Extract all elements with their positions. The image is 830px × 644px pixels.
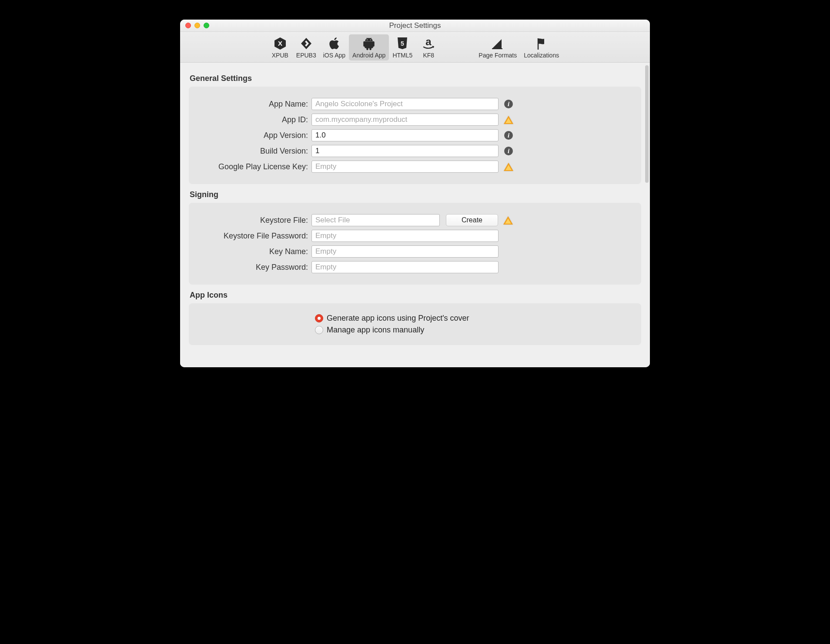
tab-label: HTML5	[392, 52, 412, 59]
toolbar: X XPUB EPUB3 iOS App Androi	[180, 32, 650, 63]
row-key-name: Key Name:	[197, 245, 633, 258]
row-keystore-file: Keystore File: Create	[197, 214, 633, 226]
label-app-id: App ID:	[197, 115, 311, 124]
row-build-version: Build Version: i	[197, 145, 633, 157]
label-key-name: Key Name:	[197, 247, 311, 256]
project-settings-window: Project Settings X XPUB EPUB3 iOS App	[180, 20, 650, 367]
warning-icon[interactable]	[503, 215, 513, 225]
input-app-id[interactable]	[311, 114, 499, 126]
section-title-signing: Signing	[190, 190, 641, 199]
info-icon[interactable]: i	[504, 146, 513, 156]
tab-page-formats[interactable]: Page Formats	[475, 34, 520, 60]
input-keystore-file[interactable]	[311, 214, 440, 226]
row-keystore-password: Keystore File Password:	[197, 230, 633, 242]
window-close-button[interactable]	[185, 23, 191, 28]
content-area: General Settings App Name: i App ID: App…	[180, 63, 650, 367]
tab-ios-app[interactable]: iOS App	[320, 34, 349, 60]
window-minimize-button[interactable]	[194, 23, 200, 28]
input-build-version[interactable]	[311, 145, 499, 157]
input-app-version[interactable]	[311, 129, 499, 141]
warning-icon[interactable]	[504, 162, 513, 171]
row-app-name: App Name: i	[197, 98, 633, 110]
xpub-icon: X	[273, 36, 287, 51]
create-keystore-button[interactable]: Create	[446, 214, 498, 226]
svg-text:a: a	[426, 37, 432, 47]
input-key-password[interactable]	[311, 261, 499, 273]
svg-point-5	[370, 40, 371, 40]
section-title-general: General Settings	[190, 74, 641, 83]
tab-label: Localizations	[524, 52, 559, 59]
titlebar: Project Settings	[180, 20, 650, 32]
radio-row-manual[interactable]: Manage app icons manually	[315, 325, 633, 335]
html5-icon: 5	[396, 36, 409, 51]
tab-xpub[interactable]: X XPUB	[268, 34, 293, 60]
section-signing-body: Keystore File: Create Keystore File Pass…	[189, 203, 641, 285]
tab-label: iOS App	[323, 52, 345, 59]
row-app-id: App ID:	[197, 114, 633, 126]
svg-text:5: 5	[401, 40, 404, 47]
tab-html5[interactable]: 5 HTML5	[389, 34, 416, 60]
input-app-name[interactable]	[311, 98, 499, 110]
label-key-password: Key Password:	[197, 263, 311, 272]
label-app-version: App Version:	[197, 131, 311, 140]
info-icon[interactable]: i	[504, 131, 513, 140]
tab-label: Android App	[352, 52, 385, 59]
section-title-app-icons: App Icons	[190, 291, 641, 300]
amazon-icon: a	[422, 36, 435, 51]
tab-label: Page Formats	[479, 52, 517, 59]
row-app-version: App Version: i	[197, 129, 633, 141]
section-general-body: App Name: i App ID: App Version: i Build…	[189, 87, 641, 184]
radio-generate-label: Generate app icons using Project's cover	[327, 314, 469, 323]
page-formats-icon	[490, 36, 505, 51]
apple-icon	[328, 36, 341, 51]
tab-kf8[interactable]: a KF8	[416, 34, 441, 60]
label-build-version: Build Version:	[197, 147, 311, 156]
section-app-icons-body: Generate app icons using Project's cover…	[189, 303, 641, 345]
tab-label: KF8	[423, 52, 434, 59]
tab-label: XPUB	[272, 52, 288, 59]
tab-localizations[interactable]: Localizations	[520, 34, 562, 60]
window-title: Project Settings	[180, 21, 650, 30]
input-license-key[interactable]	[311, 161, 499, 173]
label-keystore-password: Keystore File Password:	[197, 231, 311, 241]
svg-point-4	[367, 40, 368, 40]
tab-label: EPUB3	[296, 52, 316, 59]
row-license-key: Google Play License Key:	[197, 161, 633, 173]
radio-manual-icon[interactable]	[315, 326, 323, 334]
tab-epub3[interactable]: EPUB3	[293, 34, 320, 60]
radio-generate-icon[interactable]	[315, 314, 323, 322]
android-icon	[362, 36, 376, 51]
window-zoom-button[interactable]	[204, 23, 209, 28]
radio-row-generate[interactable]: Generate app icons using Project's cover	[315, 314, 633, 323]
label-license-key: Google Play License Key:	[197, 162, 311, 171]
input-keystore-password[interactable]	[311, 230, 499, 242]
epub3-icon	[299, 36, 313, 51]
radio-manual-label: Manage app icons manually	[327, 325, 424, 335]
label-keystore-file: Keystore File:	[197, 216, 311, 225]
row-key-password: Key Password:	[197, 261, 633, 273]
svg-marker-2	[301, 38, 311, 49]
input-key-name[interactable]	[311, 245, 499, 258]
svg-text:X: X	[278, 40, 282, 47]
flag-icon	[535, 36, 548, 51]
warning-icon[interactable]	[504, 115, 513, 124]
tab-android-app[interactable]: Android App	[349, 34, 389, 60]
label-app-name: App Name:	[197, 100, 311, 109]
info-icon[interactable]: i	[504, 99, 513, 109]
scrollbar-thumb[interactable]	[645, 65, 649, 183]
